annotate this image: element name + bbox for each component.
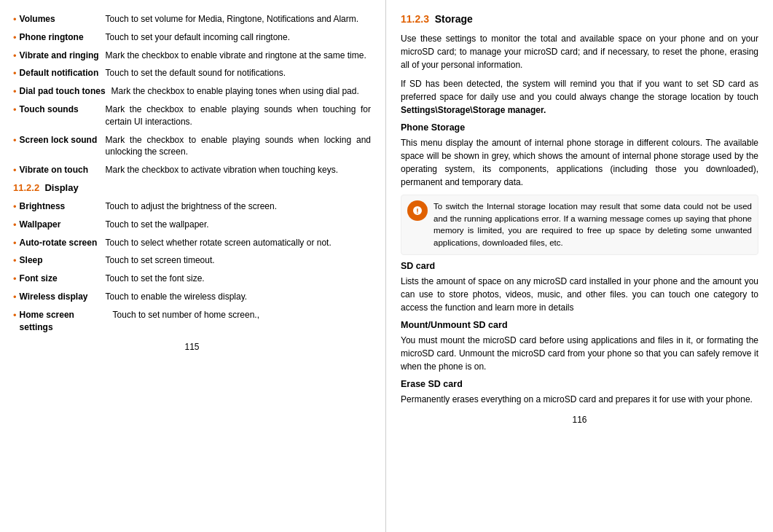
item-desc: Touch to set the default sound for notif… bbox=[106, 67, 371, 79]
item-desc: Touch to set the font size. bbox=[106, 273, 371, 285]
list-item: • Vibrate on touch Mark the checkbox to … bbox=[13, 164, 371, 176]
item-desc: Mark the checkbox to enable playing soun… bbox=[106, 134, 371, 159]
erase-heading: Erase SD card bbox=[401, 379, 758, 389]
item-term: Volumes bbox=[20, 13, 100, 26]
right-section-number: 11.2.3 bbox=[401, 13, 429, 25]
item-term: Dial pad touch tones bbox=[20, 85, 106, 98]
list-item: • Touch sounds Mark the checkbox to enab… bbox=[13, 103, 371, 128]
list-item: • Font size Touch to set the font size. bbox=[13, 273, 371, 285]
item-desc: Touch to set volume for Media, Ringtone,… bbox=[106, 13, 371, 26]
bullet: • bbox=[13, 50, 17, 61]
item-term: Wallpaper bbox=[20, 219, 100, 231]
item-desc: Touch to select whether rotate screen au… bbox=[106, 237, 371, 249]
bullet: • bbox=[13, 68, 17, 79]
warning-icon bbox=[407, 200, 428, 221]
item-term: Screen lock sound bbox=[20, 134, 100, 146]
list-item: • Default notification Touch to set the … bbox=[13, 67, 371, 79]
item-term: Sleep bbox=[20, 254, 100, 267]
right-section-title-label: Storage bbox=[435, 13, 473, 25]
item-desc: Touch to enable the wireless display. bbox=[106, 291, 371, 303]
erase-text: Permanently erases everything on a micro… bbox=[401, 393, 758, 406]
list-item: • Vibrate and ringing Mark the checkbox … bbox=[13, 50, 371, 62]
left-page: • Volumes Touch to set volume for Media,… bbox=[0, 0, 386, 532]
list-item: • Wireless display Touch to enable the w… bbox=[13, 291, 371, 303]
item-term: Font size bbox=[20, 273, 100, 285]
list-item: • Dial pad touch tones Mark the checkbox… bbox=[13, 85, 371, 98]
list-item: • Brightness Touch to adjust the brightn… bbox=[13, 200, 371, 213]
bullet: • bbox=[13, 310, 17, 321]
item-desc: Touch to set the wallpaper. bbox=[106, 219, 371, 231]
section-number: 11.2.2 bbox=[13, 182, 39, 193]
bullet: • bbox=[13, 273, 17, 284]
left-page-number: 115 bbox=[13, 342, 371, 352]
display-items-list: • Brightness Touch to adjust the brightn… bbox=[13, 200, 371, 333]
item-desc: Mark the checkbox to activate vibration … bbox=[106, 164, 371, 176]
item-desc: Touch to set your default incoming call … bbox=[106, 31, 371, 44]
bullet: • bbox=[13, 201, 17, 212]
intro-paragraph-2: If SD has been detected, the system will… bbox=[401, 77, 758, 117]
bullet: • bbox=[13, 32, 17, 43]
list-item: • Volumes Touch to set volume for Media,… bbox=[13, 13, 371, 26]
bullet: • bbox=[13, 292, 17, 302]
right-page-number: 116 bbox=[401, 415, 758, 425]
item-term: Touch sounds bbox=[20, 103, 100, 116]
bullet: • bbox=[13, 255, 17, 266]
item-term: Phone ringtone bbox=[20, 31, 100, 44]
item-desc: Mark the checkbox to enable vibrate and … bbox=[106, 50, 371, 62]
list-item: • Home screen settings Touch to set numb… bbox=[13, 309, 371, 334]
item-desc: Mark the checkbox to enable playing soun… bbox=[106, 103, 371, 128]
section-title-text: Display bbox=[44, 182, 78, 193]
intro-paragraph-1: Use these settings to monitor the total … bbox=[401, 32, 758, 71]
item-desc: Touch to set number of home screen., bbox=[113, 309, 371, 321]
right-section-title: 11.2.3 Storage bbox=[401, 13, 758, 25]
mount-text: You must mount the microSD card before u… bbox=[401, 334, 758, 373]
sd-card-text: Lists the amount of space on any microSD… bbox=[401, 275, 758, 314]
item-term: Auto-rotate screen bbox=[20, 237, 100, 249]
phone-storage-text: This menu display the amount of internal… bbox=[401, 136, 758, 189]
bullet: • bbox=[13, 165, 17, 176]
item-term: Default notification bbox=[20, 67, 100, 79]
item-desc: Touch to adjust the brightness of the sc… bbox=[106, 200, 371, 213]
list-item: • Screen lock sound Mark the checkbox to… bbox=[13, 134, 371, 159]
list-item: • Sleep Touch to set screen timeout. bbox=[13, 254, 371, 267]
note-box: To switch the Internal storage location … bbox=[401, 195, 758, 255]
right-page: 11.2.3 Storage Use these settings to mon… bbox=[386, 0, 773, 532]
item-term: Home screen settings bbox=[20, 309, 107, 334]
bullet: • bbox=[13, 86, 17, 97]
list-item: • Phone ringtone Touch to set your defau… bbox=[13, 31, 371, 44]
mount-heading: Mount/Unmount SD card bbox=[401, 320, 758, 330]
sound-items-list: • Volumes Touch to set volume for Media,… bbox=[13, 13, 371, 176]
sd-card-heading: SD card bbox=[401, 261, 758, 271]
bullet: • bbox=[13, 14, 17, 25]
list-item: • Wallpaper Touch to set the wallpaper. bbox=[13, 219, 371, 231]
item-term: Brightness bbox=[20, 200, 100, 213]
bullet: • bbox=[13, 135, 17, 146]
bullet: • bbox=[13, 238, 17, 249]
item-term: Vibrate and ringing bbox=[20, 50, 100, 62]
item-term: Wireless display bbox=[20, 291, 100, 303]
display-section-header: 11.2.2 Display bbox=[13, 182, 371, 193]
bullet: • bbox=[13, 104, 17, 115]
item-desc: Mark the checkbox to enable playing tone… bbox=[111, 85, 371, 98]
list-item: • Auto-rotate screen Touch to select whe… bbox=[13, 237, 371, 249]
phone-storage-heading: Phone Storage bbox=[401, 122, 758, 133]
item-desc: Touch to set screen timeout. bbox=[106, 254, 371, 267]
item-term: Vibrate on touch bbox=[20, 164, 100, 176]
note-text: To switch the Internal storage location … bbox=[433, 200, 752, 249]
bullet: • bbox=[13, 219, 17, 230]
